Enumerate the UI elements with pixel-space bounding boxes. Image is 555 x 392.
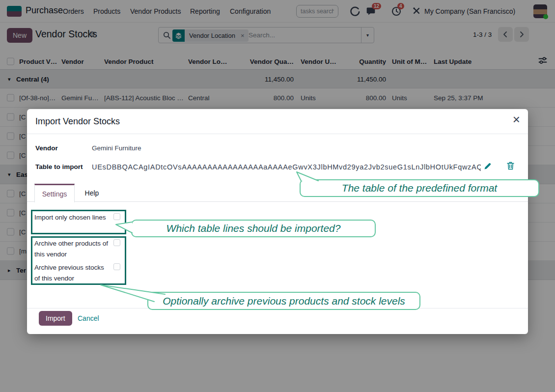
callout-table-lines: Which table lines should be imported? (131, 220, 376, 237)
option-import-only-chosen-lines-label: Import only chosen lines (34, 212, 111, 223)
option-archive-previous-stocks-checkbox[interactable] (113, 263, 120, 270)
option-archive-other-products-checkbox[interactable] (113, 239, 120, 246)
callout-table-format: The table of the predefined format (300, 179, 539, 197)
delete-trash-icon[interactable] (507, 162, 514, 172)
option-archive-previous-stocks-label: Archive previous stocks of this vendor (34, 262, 111, 283)
callout-table-lines-tail (112, 218, 136, 238)
import-button[interactable]: Import (39, 311, 72, 326)
table-to-import-value[interactable]: UEsDBBQACAgIADtcOVsAAAAAAAAAAAAAAAAaAAAA… (92, 163, 481, 171)
dialog-header-divider (27, 134, 528, 134)
close-icon[interactable] (513, 113, 520, 126)
tab-settings[interactable]: Settings (34, 184, 75, 202)
option-archive-other-products-label: Archive other products of this vendor (34, 238, 111, 259)
vendor-field-label: Vendor (35, 144, 92, 152)
callout-table-format-tail (293, 168, 324, 183)
callout-archive-options: Optionally archive previous products and… (147, 292, 420, 310)
edit-pencil-icon[interactable] (484, 162, 492, 172)
tab-help[interactable]: Help (75, 184, 109, 202)
callout-archive-options-tail (96, 281, 170, 304)
cancel-button[interactable]: Cancel (78, 314, 99, 322)
dialog-title: Import Vendor Stocks (35, 116, 120, 127)
vendor-field-value: Gemini Furniture (92, 144, 141, 152)
table-to-import-label: Table to import (35, 163, 92, 170)
